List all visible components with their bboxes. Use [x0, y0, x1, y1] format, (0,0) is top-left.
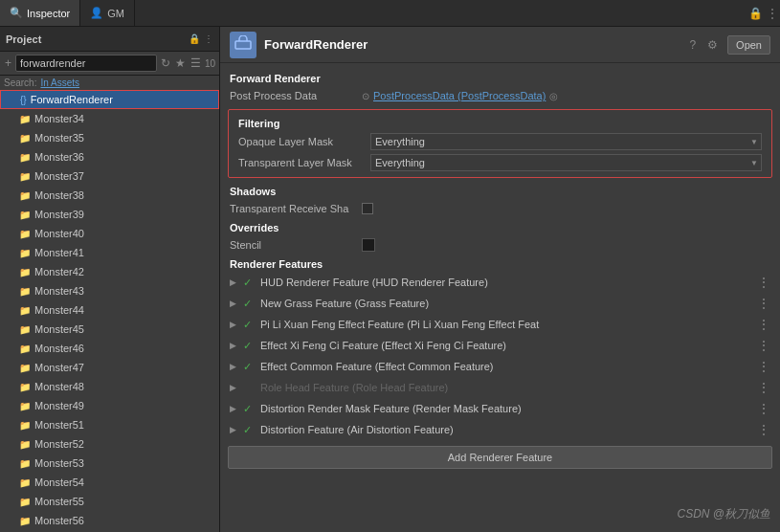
feature-item[interactable]: ▶ ✓ New Grass Feature (Grass Feature) ⋮: [226, 293, 774, 314]
folder-icon: 📁: [19, 477, 31, 488]
opaque-dropdown[interactable]: Everything: [370, 133, 762, 150]
folder-icon: 📁: [19, 516, 31, 526]
file-item[interactable]: 📁Monster45: [0, 320, 219, 339]
file-item[interactable]: 📁Monster37: [0, 166, 219, 186]
tab-inspector[interactable]: 🔍 Inspector: [0, 0, 80, 26]
feature-expand-icon: ▶: [230, 425, 239, 434]
post-process-row: Post Process Data ⊙ PostProcessData (Pos…: [220, 86, 780, 105]
file-item[interactable]: 📁Monster47: [0, 358, 219, 377]
file-item[interactable]: 📁Monster53: [0, 454, 219, 473]
file-item[interactable]: 📁Monster46: [0, 339, 219, 358]
file-item[interactable]: 📁Monster54: [0, 473, 219, 492]
feature-expand-icon: ▶: [230, 404, 239, 413]
refresh-icon[interactable]: ↻: [160, 55, 171, 71]
open-button[interactable]: Open: [727, 35, 770, 55]
tab-gm[interactable]: 👤 GM: [80, 0, 135, 26]
file-list: {} ForwardRenderer 📁Monster34📁Monster35📁…: [0, 90, 219, 532]
circle-icon[interactable]: ◎: [549, 91, 558, 101]
help-icon[interactable]: ?: [687, 36, 698, 54]
feature-check-icon: ✓: [243, 403, 256, 415]
feature-name: Pi Li Xuan Feng Effect Feature (Pi Li Xu…: [260, 319, 753, 330]
search-scope[interactable]: In Assets: [40, 78, 79, 88]
feature-menu-icon[interactable]: ⋮: [757, 317, 770, 332]
right-panel: ForwardRenderer ? ⚙ Open Forward Rendere…: [220, 27, 780, 532]
file-item[interactable]: 📁Monster56: [0, 511, 219, 530]
feature-menu-icon[interactable]: ⋮: [757, 380, 770, 395]
feature-check-icon: ✓: [243, 277, 256, 289]
search-bar: + ↻ ★ ☰ 10: [0, 52, 219, 76]
feature-menu-icon[interactable]: ⋮: [757, 275, 770, 290]
file-item[interactable]: 📁Monster35: [0, 128, 219, 147]
selected-asset-item[interactable]: {} ForwardRenderer: [0, 90, 219, 109]
link-icon: ⊙: [362, 91, 369, 101]
shadows-title: Shadows: [220, 182, 780, 199]
more-icon[interactable]: ⋮: [765, 5, 780, 22]
feature-item[interactable]: ▶ ✓ Distortion Feature (Air Distortion F…: [226, 419, 774, 440]
filter-icon[interactable]: ☰: [189, 55, 202, 71]
feature-item[interactable]: ▶ ✓ Effect Xi Feng Ci Feature (Effect Xi…: [226, 335, 774, 356]
bookmark-icon[interactable]: ★: [174, 55, 187, 71]
file-item[interactable]: 📁Monster40: [0, 224, 219, 243]
feature-item[interactable]: ▶ ✓ Distortion Render Mask Feature (Rend…: [226, 398, 774, 419]
folder-icon: 📁: [19, 324, 31, 335]
folder-icon: 📁: [19, 382, 31, 392]
feature-name: Effect Xi Feng Ci Feature (Effect Xi Fen…: [260, 340, 753, 351]
features-list: ▶ ✓ HUD Renderer Feature (HUD Renderer F…: [220, 272, 780, 440]
feature-menu-icon[interactable]: ⋮: [757, 359, 770, 374]
feature-menu-icon[interactable]: ⋮: [757, 401, 770, 416]
search-input[interactable]: [15, 55, 157, 72]
file-item[interactable]: 📁Monster41: [0, 243, 219, 262]
file-item[interactable]: 📁Monster55: [0, 492, 219, 511]
feature-expand-icon: ▶: [230, 362, 239, 371]
feature-item[interactable]: ▶ ✓ HUD Renderer Feature (HUD Renderer F…: [226, 272, 774, 293]
stencil-checkbox[interactable]: [362, 238, 375, 252]
asset-icon-large: [230, 32, 256, 58]
feature-menu-icon[interactable]: ⋮: [757, 338, 770, 353]
feature-item[interactable]: ▶ Role Head Feature (Role Head Feature) …: [226, 377, 774, 398]
file-item[interactable]: 📁Monster52: [0, 434, 219, 454]
add-icon[interactable]: +: [4, 55, 12, 71]
file-item[interactable]: 📁Monster51: [0, 415, 219, 434]
file-item[interactable]: 📁Monster34: [0, 109, 219, 128]
transparent-dropdown[interactable]: Everything: [370, 154, 762, 171]
post-process-ref[interactable]: PostProcessData (PostProcessData): [373, 90, 546, 101]
left-panel: Project 🔒 ⋮ + ↻ ★ ☰ 10 Search: In Assets…: [0, 27, 220, 532]
file-item[interactable]: 📁Monster39: [0, 205, 219, 224]
file-item[interactable]: 📁Monster38: [0, 186, 219, 205]
more-panel-icon[interactable]: ⋮: [204, 33, 213, 44]
file-item[interactable]: 📁Monster43: [0, 281, 219, 300]
feature-name: HUD Renderer Feature (HUD Renderer Featu…: [260, 277, 753, 288]
feature-check-icon: ✓: [243, 340, 256, 352]
feature-menu-icon[interactable]: ⋮: [757, 296, 770, 311]
forward-renderer-title: Forward Renderer: [220, 69, 780, 86]
add-renderer-feature-button[interactable]: Add Renderer Feature: [228, 446, 772, 469]
opaque-dropdown-wrapper: Everything: [370, 133, 762, 150]
feature-menu-icon[interactable]: ⋮: [757, 422, 770, 437]
folder-icon: 📁: [19, 114, 31, 124]
lock-panel-icon[interactable]: 🔒: [189, 33, 200, 44]
file-item[interactable]: 📁Monster49: [0, 396, 219, 415]
feature-check-icon: ✓: [243, 361, 256, 373]
transparent-receive-checkbox[interactable]: [362, 203, 373, 214]
filtering-title: Filtering: [229, 114, 771, 131]
folder-icon: 📁: [19, 497, 31, 507]
file-item[interactable]: 📁Monster48: [0, 377, 219, 396]
folder-icon: 📁: [19, 344, 31, 354]
feature-check-icon: ✓: [243, 424, 256, 436]
lock-icon[interactable]: 🔒: [747, 5, 765, 22]
folder-icon: 📁: [19, 190, 31, 201]
asset-name: ForwardRenderer: [264, 37, 680, 52]
feature-item[interactable]: ▶ ✓ Effect Common Feature (Effect Common…: [226, 356, 774, 377]
folder-icon: 📁: [19, 363, 31, 373]
selected-asset-name: ForwardRenderer: [31, 94, 113, 105]
file-item[interactable]: 📁Monster36: [0, 147, 219, 166]
panel-header: Project 🔒 ⋮: [0, 27, 219, 52]
file-item[interactable]: 📁Monster42: [0, 262, 219, 281]
feature-item[interactable]: ▶ ✓ Pi Li Xuan Feng Effect Feature (Pi L…: [226, 314, 774, 335]
file-item[interactable]: 📁Monster44: [0, 300, 219, 320]
opaque-layer-row: Opaque Layer Mask Everything: [229, 131, 771, 152]
feature-name: Distortion Feature (Air Distortion Featu…: [260, 424, 753, 435]
folder-icon: 📁: [19, 152, 31, 163]
settings-icon[interactable]: ⚙: [705, 36, 720, 54]
stencil-label: Stencil: [230, 239, 354, 251]
